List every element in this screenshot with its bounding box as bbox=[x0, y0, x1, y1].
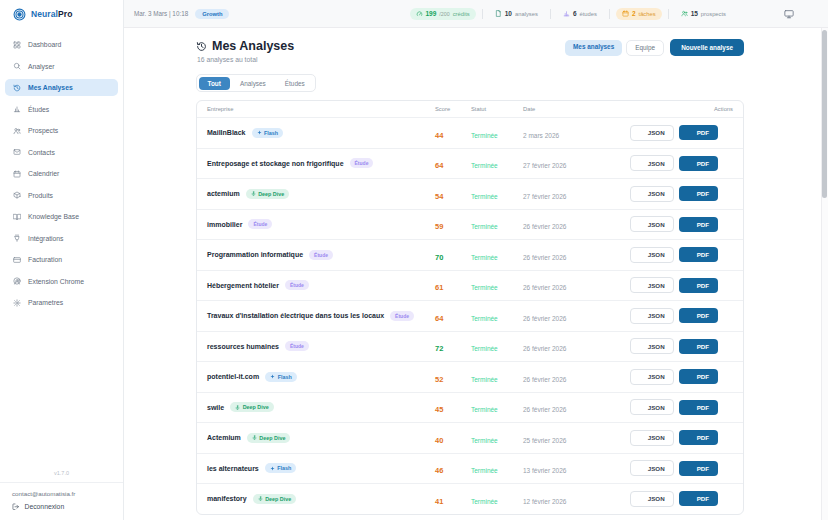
view-icon[interactable] bbox=[612, 250, 621, 259]
date-label: 12 février 2026 bbox=[523, 498, 566, 505]
tab-tout[interactable]: Tout bbox=[199, 77, 230, 90]
download-json-button[interactable]: JSON bbox=[630, 247, 674, 263]
download-json-button[interactable]: JSON bbox=[630, 369, 674, 385]
download-json-button[interactable]: JSON bbox=[630, 399, 674, 415]
sidebar-item-analyser[interactable]: Analyser bbox=[5, 58, 118, 75]
sidebar-item-extension-chrome[interactable]: Extension Chrome bbox=[5, 273, 118, 290]
datetime-label: Mar. 3 Mars | 10:18 bbox=[134, 10, 188, 17]
delete-icon[interactable] bbox=[725, 495, 733, 503]
score-value: 72 bbox=[435, 344, 443, 353]
delete-icon[interactable] bbox=[725, 190, 733, 198]
delete-icon[interactable] bbox=[725, 129, 733, 137]
view-icon[interactable] bbox=[612, 159, 621, 168]
download-pdf-button[interactable]: PDF bbox=[679, 400, 718, 415]
delete-icon[interactable] bbox=[725, 281, 733, 289]
download-pdf-button[interactable]: PDF bbox=[679, 308, 718, 323]
view-icon[interactable] bbox=[612, 342, 621, 351]
column-score: Score bbox=[435, 106, 471, 112]
download-json-button[interactable]: JSON bbox=[630, 308, 674, 324]
view-icon[interactable] bbox=[612, 220, 621, 229]
sidebar-item-dashboard[interactable]: Dashboard bbox=[5, 36, 118, 53]
download-pdf-button[interactable]: PDF bbox=[679, 278, 718, 293]
gauge-icon bbox=[416, 10, 423, 17]
download-json-button[interactable]: JSON bbox=[630, 186, 674, 202]
delete-icon[interactable] bbox=[725, 312, 733, 320]
view-icon[interactable] bbox=[612, 433, 621, 442]
mail-icon bbox=[13, 148, 21, 156]
view-icon[interactable] bbox=[612, 311, 621, 320]
page-title: Mes Analyses bbox=[212, 39, 294, 53]
delete-icon[interactable] bbox=[725, 403, 733, 411]
file-icon bbox=[639, 313, 645, 319]
sidebar-item-label: Mes Analyses bbox=[28, 84, 73, 91]
sidebar-item-int-grations[interactable]: Intégrations bbox=[5, 230, 118, 247]
delete-icon[interactable] bbox=[725, 434, 733, 442]
sparkle-icon bbox=[257, 130, 262, 135]
status-label: Terminée bbox=[471, 376, 498, 383]
logout-label: Deconnexion bbox=[25, 503, 65, 510]
sidebar-item-calendrier[interactable]: Calendrier bbox=[5, 165, 118, 182]
download-pdf-button[interactable]: PDF bbox=[679, 430, 718, 445]
users-icon bbox=[681, 10, 688, 17]
table-row: Hébergement hôtelier Étude 61 Terminée 2… bbox=[197, 270, 743, 301]
sidebar-item--tudes[interactable]: Études bbox=[5, 101, 118, 118]
monitor-icon[interactable] bbox=[784, 9, 794, 19]
analysis-type-badge: Flash bbox=[265, 463, 297, 473]
sidebar-item-facturation[interactable]: Facturation bbox=[5, 251, 118, 268]
download-pdf-button[interactable]: PDF bbox=[679, 247, 718, 262]
scrollbar-track[interactable] bbox=[821, 28, 828, 520]
sidebar-item-produits[interactable]: Produits bbox=[5, 187, 118, 204]
toggle-mes-analyses[interactable]: Mes analyses bbox=[565, 40, 622, 56]
file-icon bbox=[688, 313, 694, 319]
toggle-equipe[interactable]: Equipe bbox=[626, 40, 664, 56]
company-name: Actemium bbox=[207, 434, 241, 441]
download-pdf-button[interactable]: PDF bbox=[679, 339, 718, 354]
download-json-button[interactable]: JSON bbox=[630, 338, 674, 354]
download-pdf-button[interactable]: PDF bbox=[679, 369, 718, 384]
date-label: 25 février 2026 bbox=[523, 437, 566, 444]
sidebar-item-parametres[interactable]: Parametres bbox=[5, 294, 118, 311]
download-pdf-button[interactable]: PDF bbox=[679, 125, 718, 140]
new-analysis-button[interactable]: Nouvelle analyse bbox=[670, 39, 744, 56]
download-json-button[interactable]: JSON bbox=[630, 430, 674, 446]
download-pdf-button[interactable]: PDF bbox=[679, 217, 718, 232]
view-icon[interactable] bbox=[612, 403, 621, 412]
delete-icon[interactable] bbox=[725, 251, 733, 259]
company-name: potentiel-it.com bbox=[207, 373, 259, 380]
view-icon[interactable] bbox=[612, 128, 621, 137]
file-icon bbox=[639, 343, 645, 349]
download-json-button[interactable]: JSON bbox=[630, 277, 674, 293]
delete-icon[interactable] bbox=[725, 464, 733, 472]
download-json-button[interactable]: JSON bbox=[630, 155, 674, 171]
download-pdf-button[interactable]: PDF bbox=[679, 491, 718, 506]
tab-analyses[interactable]: Analyses bbox=[231, 77, 275, 90]
calendar-icon bbox=[622, 10, 629, 17]
delete-icon[interactable] bbox=[725, 342, 733, 350]
status-label: Terminée bbox=[471, 193, 498, 200]
view-icon[interactable] bbox=[612, 372, 621, 381]
download-pdf-button[interactable]: PDF bbox=[679, 461, 718, 476]
sidebar-item-prospects[interactable]: Prospects bbox=[5, 122, 118, 139]
delete-icon[interactable] bbox=[725, 220, 733, 228]
score-value: 44 bbox=[435, 131, 443, 140]
analysis-type-badge: Flash bbox=[265, 372, 297, 382]
view-icon[interactable] bbox=[612, 189, 621, 198]
sidebar-item-mes-analyses[interactable]: Mes Analyses bbox=[5, 79, 118, 96]
download-json-button[interactable]: JSON bbox=[630, 460, 674, 476]
sidebar-item-contacts[interactable]: Contacts bbox=[5, 144, 118, 161]
company-name: Travaux d'installation électrique dans t… bbox=[207, 312, 384, 319]
view-icon[interactable] bbox=[612, 281, 621, 290]
download-json-button[interactable]: JSON bbox=[630, 216, 674, 232]
view-icon[interactable] bbox=[612, 494, 621, 503]
download-pdf-button[interactable]: PDF bbox=[679, 186, 718, 201]
view-icon[interactable] bbox=[612, 464, 621, 473]
delete-icon[interactable] bbox=[725, 159, 733, 167]
logout-button[interactable]: Deconnexion bbox=[12, 503, 123, 511]
download-pdf-button[interactable]: PDF bbox=[679, 156, 718, 171]
download-json-button[interactable]: JSON bbox=[630, 125, 674, 141]
tab--tudes[interactable]: Études bbox=[276, 77, 314, 90]
scrollbar-thumb[interactable] bbox=[822, 30, 827, 198]
sidebar-item-knowledge-base[interactable]: Knowledge Base bbox=[5, 208, 118, 225]
download-json-button[interactable]: JSON bbox=[630, 491, 674, 507]
delete-icon[interactable] bbox=[725, 373, 733, 381]
